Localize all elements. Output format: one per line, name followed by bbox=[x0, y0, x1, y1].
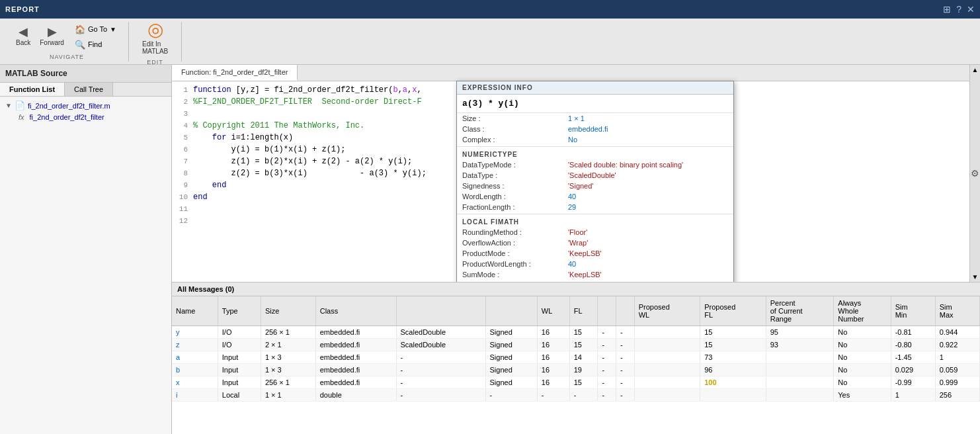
table-cell: 100 bbox=[700, 376, 766, 389]
scroll-up-icon[interactable]: ▲ bbox=[972, 66, 979, 73]
table-cell: - bbox=[537, 389, 569, 402]
find-button[interactable]: 🔍 Find bbox=[71, 38, 120, 51]
fx-icon: fx bbox=[19, 113, 24, 121]
tree-expand-icon: ▼ bbox=[5, 102, 12, 109]
tree-item-file[interactable]: ▼ 📄 fi_2nd_order_df2t_filter.m bbox=[3, 99, 169, 112]
table-cell: No bbox=[834, 326, 891, 339]
table-cell: - bbox=[616, 339, 635, 351]
goto-icon: 🏠 bbox=[75, 24, 85, 34]
table-cell: -0.80 bbox=[891, 339, 935, 351]
messages-table: Name Type Size Class WL FL ProposedWL Pr… bbox=[172, 296, 980, 402]
table-row: bInput1 × 3embedded.fi-Signed1619--96No0… bbox=[172, 364, 980, 376]
table-cell: - bbox=[616, 364, 635, 376]
expr-class-label: Class : bbox=[462, 125, 568, 133]
table-cell: -0.99 bbox=[891, 376, 935, 389]
table-cell: y bbox=[172, 326, 218, 339]
table-cell: - bbox=[598, 326, 616, 339]
grid-icon[interactable]: ⊞ bbox=[943, 4, 951, 15]
table-cell: 2 × 1 bbox=[261, 339, 315, 351]
col-proposed-fl-header: ProposedFL bbox=[700, 296, 766, 326]
table-cell: Signed bbox=[485, 376, 537, 389]
table-cell: 15 bbox=[700, 326, 766, 339]
table-cell bbox=[634, 339, 700, 351]
table-cell: - bbox=[569, 389, 598, 402]
table-cell bbox=[634, 364, 700, 376]
expr-row-overflow: OverflowAction : 'Wrap' bbox=[457, 238, 733, 248]
line-num-12: 12 bbox=[172, 217, 193, 225]
table-cell: 15 bbox=[700, 339, 766, 351]
tab-call-tree[interactable]: Call Tree bbox=[65, 83, 113, 96]
tab-function-list[interactable]: Function List bbox=[0, 83, 65, 96]
expr-row-prodwl: ProductWordLength : 40 bbox=[457, 259, 733, 269]
right-scrollbar[interactable]: ▲ ⚙ ▼ bbox=[969, 65, 980, 282]
forward-button[interactable]: ▶ Forward bbox=[37, 23, 67, 51]
expr-class-value[interactable]: embedded.fi bbox=[568, 125, 728, 133]
table-cell: 1 × 3 bbox=[261, 364, 315, 376]
tree-function-label: fi_2nd_order_df2t_filter bbox=[30, 113, 104, 121]
help-icon[interactable]: ? bbox=[956, 4, 961, 15]
table-cell: 256 bbox=[935, 389, 979, 402]
line-num-6: 6 bbox=[172, 146, 193, 153]
expr-popup-expr: a(3) * y(i) bbox=[457, 95, 733, 113]
close-icon[interactable]: ✕ bbox=[967, 4, 975, 15]
table-cell: 19 bbox=[569, 364, 598, 376]
numerictype-header: NUMERICTYPE bbox=[457, 148, 733, 159]
table-cell: ScaledDouble bbox=[396, 326, 485, 339]
table-cell: Signed bbox=[485, 326, 537, 339]
col-blank1-header bbox=[598, 296, 616, 326]
table-cell: embedded.fi bbox=[315, 364, 396, 376]
table-cell: No bbox=[834, 339, 891, 351]
table-cell: - bbox=[396, 376, 485, 389]
file-icon: 📄 bbox=[15, 101, 25, 110]
expr-popup-header: EXPRESSION INFO bbox=[457, 81, 733, 95]
expr-row-wl: WordLength : 40 bbox=[457, 191, 733, 202]
goto-button[interactable]: 🏠 Go To ▼ bbox=[71, 23, 120, 36]
line-num-10: 10 bbox=[172, 193, 193, 201]
tree-file-label: fi_2nd_order_df2t_filter.m bbox=[28, 102, 110, 110]
table-cell: 0.944 bbox=[935, 326, 979, 339]
code-tab-function[interactable]: Function: fi_2nd_order_df2t_filter bbox=[172, 65, 298, 81]
settings-icon[interactable]: ⚙ bbox=[971, 168, 979, 179]
nav-bar: ◀ Back ▶ Forward 🏠 Go To ▼ 🔍 Find NAVIGA… bbox=[0, 19, 980, 65]
col-class-header: Class bbox=[315, 296, 396, 326]
table-cell bbox=[634, 376, 700, 389]
table-cell: 73 bbox=[700, 351, 766, 364]
table-cell: 16 bbox=[537, 339, 569, 351]
sidebar-header: MATLAB Source bbox=[0, 65, 171, 83]
edit-label: Edit InMATLAB bbox=[142, 40, 168, 55]
scroll-down-icon[interactable]: ▼ bbox=[972, 273, 979, 281]
table-cell: Yes bbox=[834, 389, 891, 402]
line-num-2: 2 bbox=[172, 98, 193, 106]
table-cell: 16 bbox=[537, 326, 569, 339]
table-cell: 256 × 1 bbox=[261, 376, 315, 389]
expr-sign-value: 'Signed' bbox=[568, 182, 728, 190]
table-cell: - bbox=[616, 326, 635, 339]
tree-item-function[interactable]: fx fi_2nd_order_df2t_filter bbox=[16, 112, 169, 122]
edit-in-matlab-button[interactable]: ◎ Edit InMATLAB bbox=[137, 17, 173, 56]
code-tab-bar: Function: fi_2nd_order_df2t_filter bbox=[172, 65, 969, 81]
expr-size-value[interactable]: 1 × 1 bbox=[568, 114, 728, 122]
line-num-7: 7 bbox=[172, 157, 193, 165]
table-cell: - bbox=[598, 351, 616, 364]
expr-prodwl-value: 40 bbox=[568, 260, 728, 268]
col-dtype-header bbox=[396, 296, 485, 326]
col-blank2-header bbox=[616, 296, 635, 326]
col-sign-header bbox=[485, 296, 537, 326]
table-cell: 96 bbox=[700, 364, 766, 376]
table-cell: I/O bbox=[218, 326, 261, 339]
col-percent-header: Percentof CurrentRange bbox=[766, 296, 834, 326]
col-always-whole-header: AlwaysWholeNumber bbox=[834, 296, 891, 326]
table-cell: - bbox=[396, 364, 485, 376]
toolbar-title: REPORT bbox=[5, 5, 40, 13]
col-sim-max-header: SimMax bbox=[935, 296, 979, 326]
expr-wl-label: WordLength : bbox=[462, 193, 568, 200]
expr-sumwl-value: 40 bbox=[568, 281, 728, 282]
table-cell: 15 bbox=[569, 376, 598, 389]
find-icon: 🔍 bbox=[75, 40, 85, 50]
navigate-group: ◀ Back ▶ Forward 🏠 Go To ▼ 🔍 Find NAVIGA… bbox=[5, 22, 129, 62]
table-row: yI/O256 × 1embedded.fiScaledDoubleSigned… bbox=[172, 326, 980, 339]
table-cell: - bbox=[598, 364, 616, 376]
expr-row-sumwl: SumWordLength : 40 bbox=[457, 280, 733, 282]
line-num-3: 3 bbox=[172, 110, 193, 118]
back-button[interactable]: ◀ Back bbox=[13, 23, 33, 51]
